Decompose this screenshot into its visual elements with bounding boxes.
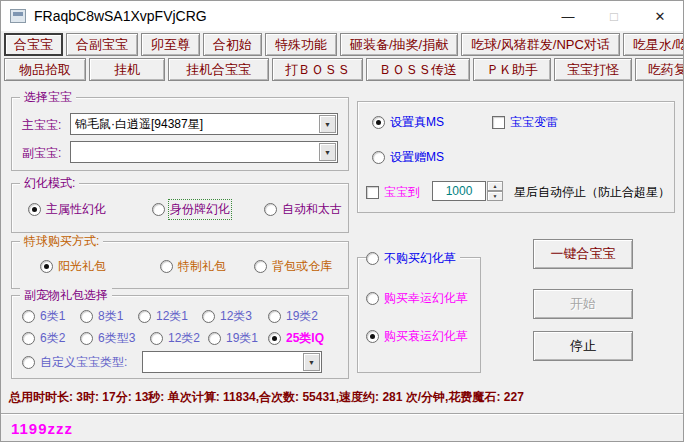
stop-button[interactable]: 停止 bbox=[533, 331, 633, 361]
radio-sunshine-pack[interactable]: 阳光礼包 bbox=[40, 258, 106, 275]
checkbox-pet-to-star[interactable]: 宝宝到 bbox=[366, 184, 420, 201]
radio-no-buy-grass[interactable]: 不购买幻化草 bbox=[366, 250, 460, 267]
tab-combine-sub-pet[interactable]: 合副宝宝 bbox=[66, 33, 138, 56]
tab-combine-initial[interactable]: 合初始 bbox=[203, 33, 262, 56]
checkbox-pet-thunder[interactable]: 宝宝变雷 bbox=[492, 114, 558, 131]
radio-icon bbox=[366, 252, 379, 265]
radio-icon bbox=[366, 330, 379, 343]
radio-label: 主属性幻化 bbox=[46, 201, 106, 218]
radio-label: 19类1 bbox=[226, 330, 258, 347]
maximize-icon[interactable]: □ bbox=[591, 1, 637, 31]
radio-label: 12类2 bbox=[168, 330, 200, 347]
radio-label: 12类1 bbox=[156, 308, 188, 325]
group-ball-purchase-title: 特球购买方式: bbox=[20, 234, 103, 248]
tab-boss-teleport[interactable]: ＢＯＳＳ传送 bbox=[366, 58, 470, 81]
radio-pack-12-3[interactable]: 12类3 bbox=[202, 308, 252, 325]
chevron-down-icon[interactable]: ▼ bbox=[319, 115, 336, 133]
radio-icon bbox=[40, 260, 53, 273]
radio-label: 购买衰运幻化草 bbox=[384, 328, 468, 345]
tab-combine-pet[interactable]: 合宝宝 bbox=[4, 33, 63, 56]
group-ball-purchase: 特球购买方式: 阳光礼包 特制礼包 背包或仓库 bbox=[11, 241, 349, 289]
checkbox-icon bbox=[492, 116, 505, 129]
radio-id-card-morph[interactable]: 身份牌幻化 bbox=[152, 201, 230, 218]
tab-afk-combine-pet[interactable]: 挂机合宝宝 bbox=[168, 58, 269, 81]
tab-pk-assistant[interactable]: ＰＫ助手 bbox=[473, 58, 551, 81]
radio-label: 设置真MS bbox=[390, 114, 444, 131]
window-controls: — □ ✕ bbox=[545, 1, 683, 31]
tab-smash-equip-lottery-donate[interactable]: 砸装备/抽奖/捐献 bbox=[340, 33, 458, 56]
radio-pack-8-1[interactable]: 8类1 bbox=[80, 308, 123, 325]
radio-special-pack[interactable]: 特制礼包 bbox=[160, 258, 226, 275]
tab-special-functions[interactable]: 特殊功能 bbox=[265, 33, 337, 56]
checkbox-label: 宝宝变雷 bbox=[510, 114, 558, 131]
radio-label: 不购买幻化草 bbox=[384, 250, 456, 267]
radio-set-true-ms[interactable]: 设置真MS bbox=[372, 114, 444, 131]
radio-label: 阳光礼包 bbox=[58, 258, 106, 275]
radio-buy-unlucky-grass[interactable]: 购买衰运幻化草 bbox=[366, 328, 468, 345]
tab-eat-medicine-revive[interactable]: 吃药复活 bbox=[635, 58, 684, 81]
radio-buy-lucky-grass[interactable]: 购买幸运幻化草 bbox=[366, 290, 468, 307]
tab-eat-ball-npc-dialog[interactable]: 吃球/风猪群发/NPC对话 bbox=[461, 33, 620, 56]
radio-label: 背包或仓库 bbox=[272, 258, 332, 275]
group-select-pet: 选择宝宝 主宝宝: 锦毛鼠·白逍遥[94387星] ▼ 副宝宝: ▼ bbox=[11, 97, 349, 171]
radio-label: 特制礼包 bbox=[178, 258, 226, 275]
group-grass-purchase: 不购买幻化草 购买幸运幻化草 购买衰运幻化草 bbox=[357, 257, 481, 373]
radio-pack-19-2[interactable]: 19类2 bbox=[268, 308, 318, 325]
main-pet-combobox[interactable]: 锦毛鼠·白逍遥[94387星] ▼ bbox=[70, 113, 338, 135]
radio-custom-pet-type[interactable]: 自定义宝宝类型: bbox=[22, 354, 127, 371]
radio-icon bbox=[150, 332, 163, 345]
star-limit-input[interactable] bbox=[432, 181, 486, 201]
group-ms-settings: 设置真MS 宝宝变雷 设置赠MS 宝宝到 ▲ ▼ 星后自动停止（防止合超星） bbox=[357, 101, 675, 213]
radio-label: 设置赠MS bbox=[390, 149, 444, 166]
status-summary: 总用时时长: 3时: 17分: 13秒: 单次计算: 11834,合次数: 55… bbox=[9, 389, 524, 406]
radio-label: 19类2 bbox=[286, 308, 318, 325]
radio-pack-25-iq[interactable]: 25类IQ bbox=[268, 330, 324, 347]
sub-pet-combobox[interactable]: ▼ bbox=[70, 141, 338, 163]
radio-icon bbox=[80, 332, 93, 345]
radio-pack-6-2[interactable]: 6类2 bbox=[22, 330, 65, 347]
radio-icon bbox=[22, 356, 35, 369]
chevron-down-icon[interactable]: ▼ bbox=[303, 353, 320, 371]
spinner-up-icon[interactable]: ▲ bbox=[487, 181, 503, 191]
radio-pack-12-1[interactable]: 12类1 bbox=[138, 308, 188, 325]
radio-icon bbox=[138, 310, 151, 323]
one-key-combine-button[interactable]: 一键合宝宝 bbox=[533, 239, 633, 269]
spinner-down-icon[interactable]: ▼ bbox=[487, 191, 503, 201]
checkbox-icon bbox=[366, 186, 379, 199]
minimize-icon[interactable]: — bbox=[545, 1, 591, 31]
radio-label: 6类型3 bbox=[98, 330, 135, 347]
radio-main-attr-morph[interactable]: 主属性幻化 bbox=[28, 201, 106, 218]
custom-pet-type-combobox[interactable]: ▼ bbox=[142, 351, 322, 373]
star-limit-spinner: ▲ ▼ bbox=[487, 181, 503, 201]
main-pet-value: 锦毛鼠·白逍遥[94387星] bbox=[75, 114, 317, 134]
tab-fight-boss[interactable]: 打ＢＯＳＳ bbox=[272, 58, 363, 81]
radio-icon bbox=[268, 310, 281, 323]
radio-icon bbox=[202, 310, 215, 323]
radio-bag-or-warehouse[interactable]: 背包或仓库 bbox=[254, 258, 332, 275]
radio-label: 12类3 bbox=[220, 308, 252, 325]
close-icon[interactable]: ✕ bbox=[637, 1, 683, 31]
radio-label: 8类1 bbox=[98, 308, 123, 325]
start-button[interactable]: 开始 bbox=[533, 289, 633, 319]
title-bar: FRaqbC8wSA1XvpFVjCRG — □ ✕ bbox=[1, 1, 683, 31]
radio-pack-6-1[interactable]: 6类1 bbox=[22, 308, 65, 325]
tab-item-pickup[interactable]: 物品拾取 bbox=[4, 58, 86, 81]
chevron-down-icon[interactable]: ▼ bbox=[319, 143, 336, 161]
tab-row-2: 物品拾取 挂机 挂机合宝宝 打ＢＯＳＳ ＢＯＳＳ传送 ＰＫ助手 宝宝打怪 吃药复… bbox=[4, 58, 680, 81]
radio-icon bbox=[372, 116, 385, 129]
tab-afk[interactable]: 挂机 bbox=[89, 58, 165, 81]
radio-pack-19-1[interactable]: 19类1 bbox=[208, 330, 258, 347]
radio-pack-6-type-3[interactable]: 6类型3 bbox=[80, 330, 135, 347]
radio-label: 身份牌幻化 bbox=[170, 201, 230, 218]
radio-icon bbox=[372, 151, 385, 164]
tab-mao-supreme[interactable]: 卯至尊 bbox=[141, 33, 200, 56]
radio-label: 6类1 bbox=[40, 308, 65, 325]
radio-pack-12-2[interactable]: 12类2 bbox=[150, 330, 200, 347]
tab-pet-fight-monster[interactable]: 宝宝打怪 bbox=[554, 58, 632, 81]
tab-eat-starwater-lucky-donate[interactable]: 吃星水/吃幸运/捐团 bbox=[623, 33, 684, 56]
app-window: { "window": { "title": "FRaqbC8wSA1XvpFV… bbox=[0, 0, 684, 442]
radio-auto-taigu[interactable]: 自动和太古 bbox=[264, 201, 342, 218]
radio-icon bbox=[22, 310, 35, 323]
radio-set-gift-ms[interactable]: 设置赠MS bbox=[372, 149, 444, 166]
app-icon bbox=[10, 9, 26, 23]
